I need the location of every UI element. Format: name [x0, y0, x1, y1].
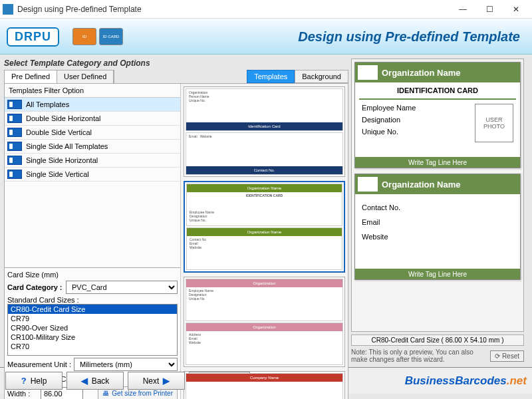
- id-card-icon: ID: [72, 28, 96, 45]
- refresh-icon: ⟳: [495, 352, 500, 360]
- filter-item-label: Single Side Horizontal: [26, 156, 98, 164]
- header-banner: DRPU ID ID CARD Design using Pre-defined…: [0, 19, 532, 55]
- width-label: Width :: [7, 390, 38, 398]
- card-category-label: Card Category :: [7, 283, 63, 291]
- filter-item-ssh[interactable]: Single Side Horizontal: [5, 154, 180, 168]
- view-tabs: Templates Background: [247, 70, 348, 83]
- preview-field: Unique No.: [362, 128, 469, 136]
- preview-tagline: Write Tag Line Here: [355, 157, 520, 168]
- button-label: Help: [31, 376, 47, 386]
- preview-card-front: Organization Name IDENTIFICATION CARD Em…: [354, 62, 521, 168]
- filter-list: All Templates Double Side Horizontal Dou…: [5, 98, 180, 182]
- printer-button-label: Get size from Printer: [112, 390, 173, 397]
- template-icon: [7, 128, 22, 137]
- preview-field: Designation: [362, 116, 469, 124]
- banner-card-icons: ID ID CARD: [72, 28, 123, 45]
- tab-userdefined[interactable]: User Defined: [57, 70, 114, 83]
- main-tabs: Pre Defined User Defined: [4, 70, 114, 83]
- size-item[interactable]: CR79: [8, 314, 177, 323]
- thumb-sub: IDENTIFICATION CARD: [187, 192, 342, 209]
- preview-org-name: Organization Name: [382, 180, 460, 190]
- preview-field: Website: [362, 233, 513, 241]
- template-scroller[interactable]: OrganizationPerson NameUnique No.Identif…: [181, 84, 348, 399]
- std-sizes-label: Standard Card Sizes :: [7, 296, 178, 304]
- filter-item-label: Single Side Vertical: [26, 170, 89, 178]
- card-category-select[interactable]: PVC_Card: [66, 281, 178, 294]
- help-icon: ?: [21, 376, 27, 386]
- size-item[interactable]: CR100-Military Size: [8, 332, 177, 342]
- tab-background[interactable]: Background: [295, 70, 348, 83]
- thumb-label: Company Name: [186, 374, 342, 382]
- next-button[interactable]: Next▶: [128, 372, 185, 390]
- size-item[interactable]: CR90-Over Sized: [8, 323, 177, 332]
- logo-placeholder: [358, 65, 378, 80]
- tab-templates[interactable]: Templates: [247, 70, 295, 83]
- template-thumb[interactable]: Company Name: [184, 371, 345, 399]
- section-title: Select Template Category and Options: [4, 59, 348, 68]
- id-card-icon: ID CARD: [99, 28, 123, 45]
- filter-item-dsh[interactable]: Double Side Horizontal: [5, 112, 180, 126]
- measurement-unit-select[interactable]: Milimeters (mm): [74, 358, 178, 371]
- help-button[interactable]: ?Help: [5, 372, 63, 390]
- template-thumb[interactable]: OrganizationPerson NameUnique No.Identif…: [184, 86, 345, 177]
- thumb-label: Contact No.: [186, 166, 342, 174]
- thumb-label: Organization: [186, 323, 342, 331]
- measurement-unit-label: Measurement Unit :: [7, 360, 71, 368]
- card-size-title: Card Size (mm): [7, 271, 178, 279]
- maximize-button[interactable]: ☐: [476, 0, 503, 19]
- close-button[interactable]: ✕: [503, 0, 529, 19]
- template-icon: [7, 142, 22, 151]
- preview-field: Email: [362, 218, 513, 226]
- template-icon: [7, 100, 22, 109]
- reset-button[interactable]: ⟳Reset: [490, 350, 524, 362]
- reset-label: Reset: [502, 352, 519, 360]
- thumb-label: Organization Name: [187, 184, 342, 192]
- preview-tagline: Write Tag Line Here: [355, 269, 520, 279]
- filter-item-ssa[interactable]: Single Side All Templates: [5, 140, 180, 154]
- template-icon: [7, 156, 22, 165]
- standard-sizes-list[interactable]: CR80-Credit Card Size CR79 CR90-Over Siz…: [7, 304, 178, 356]
- preview-field: Employee Name: [362, 104, 469, 112]
- preview-photo-placeholder: USER PHOTO: [475, 104, 513, 142]
- filter-item-all[interactable]: All Templates: [5, 98, 180, 112]
- window-titlebar: Design using Pre-defined Template — ☐ ✕: [0, 0, 532, 19]
- minimize-button[interactable]: —: [450, 0, 476, 19]
- button-label: Back: [92, 376, 110, 386]
- thumb-label: Organization Name: [187, 228, 342, 236]
- filter-header: Templates Filter Option: [5, 84, 180, 98]
- template-thumb[interactable]: OrganizationEmployee NameDesignationUniq…: [184, 277, 345, 367]
- thumb-label: Identification Card: [186, 122, 342, 130]
- window-title: Design using Pre-defined Template: [17, 5, 450, 14]
- back-button[interactable]: ◀Back: [66, 372, 124, 390]
- logo: DRPU: [7, 27, 59, 47]
- preview-field: Contact No.: [362, 203, 513, 211]
- size-item[interactable]: CR80-Credit Card Size: [8, 305, 177, 314]
- preview-panel[interactable]: Organization Name IDENTIFICATION CARD Em…: [351, 59, 524, 332]
- preview-subtitle: IDENTIFICATION CARD: [359, 82, 516, 100]
- brand-watermark: BusinessBarcodes.net: [405, 374, 527, 388]
- filter-item-dsv[interactable]: Double Side Vertical: [5, 126, 180, 140]
- filter-item-label: Single Side All Templates: [26, 142, 108, 150]
- printer-icon: 🖶: [102, 390, 109, 397]
- template-thumb-selected[interactable]: Organization NameIDENTIFICATION CARDEmpl…: [184, 181, 345, 273]
- template-icon: [7, 170, 22, 179]
- preview-note: Note: This is only a preview, You can al…: [351, 348, 487, 363]
- filter-item-label: All Templates: [26, 100, 69, 108]
- logo-placeholder: [358, 177, 378, 192]
- button-label: Next: [143, 376, 160, 386]
- filter-item-ssv[interactable]: Single Side Vertical: [5, 168, 180, 182]
- banner-title: Design using Pre-defined Template: [298, 29, 520, 45]
- back-arrow-icon: ◀: [81, 376, 88, 386]
- size-item[interactable]: CR70: [8, 342, 177, 351]
- filter-item-label: Double Side Horizontal: [26, 114, 101, 122]
- preview-org-name: Organization Name: [382, 68, 460, 78]
- tab-predefined[interactable]: Pre Defined: [5, 70, 57, 83]
- filter-item-label: Double Side Vertical: [26, 128, 92, 136]
- template-icon: [7, 114, 22, 123]
- preview-card-back: Organization Name Contact No. Email Webs…: [354, 174, 521, 280]
- next-arrow-icon: ▶: [163, 376, 170, 386]
- thumb-label: Organization: [186, 279, 342, 287]
- preview-size-info: CR80-Credit Card Size ( 86.00 X 54.10 mm…: [351, 334, 524, 346]
- app-icon: [3, 4, 13, 15]
